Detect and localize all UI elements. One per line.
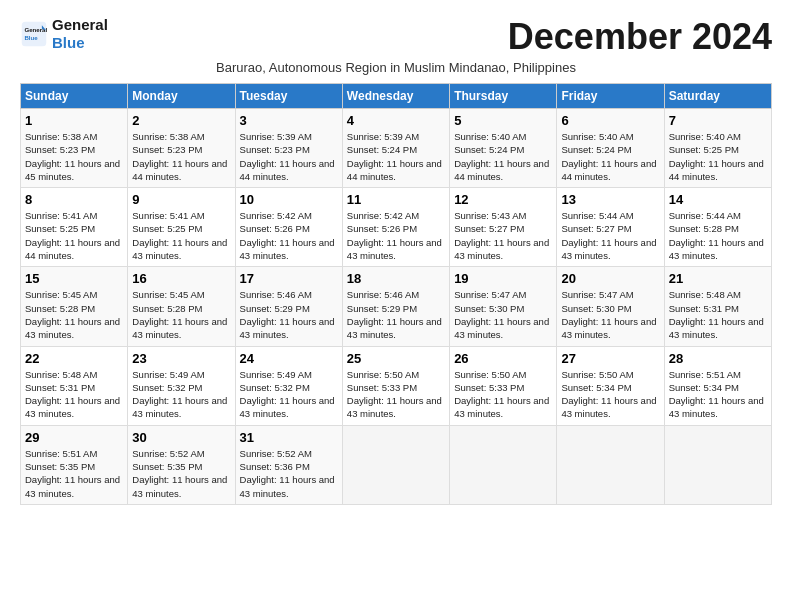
calendar-cell: 27Sunrise: 5:50 AMSunset: 5:34 PMDayligh… — [557, 346, 664, 425]
calendar-cell: 14Sunrise: 5:44 AMSunset: 5:28 PMDayligh… — [664, 188, 771, 267]
day-number: 19 — [454, 271, 552, 286]
day-info: Sunrise: 5:38 AMSunset: 5:23 PMDaylight:… — [25, 130, 123, 183]
calendar-table: SundayMondayTuesdayWednesdayThursdayFrid… — [20, 83, 772, 505]
calendar-cell: 1Sunrise: 5:38 AMSunset: 5:23 PMDaylight… — [21, 109, 128, 188]
day-number: 3 — [240, 113, 338, 128]
day-number: 22 — [25, 351, 123, 366]
day-number: 28 — [669, 351, 767, 366]
month-year-header: December 2024 — [108, 16, 772, 58]
day-number: 30 — [132, 430, 230, 445]
calendar-cell: 13Sunrise: 5:44 AMSunset: 5:27 PMDayligh… — [557, 188, 664, 267]
location-subtitle: Barurao, Autonomous Region in Muslim Min… — [20, 60, 772, 75]
calendar-cell: 5Sunrise: 5:40 AMSunset: 5:24 PMDaylight… — [450, 109, 557, 188]
calendar-cell: 21Sunrise: 5:48 AMSunset: 5:31 PMDayligh… — [664, 267, 771, 346]
calendar-week-row: 8Sunrise: 5:41 AMSunset: 5:25 PMDaylight… — [21, 188, 772, 267]
logo-general: General — [52, 16, 108, 34]
day-number: 5 — [454, 113, 552, 128]
day-info: Sunrise: 5:40 AMSunset: 5:24 PMDaylight:… — [561, 130, 659, 183]
day-number: 24 — [240, 351, 338, 366]
day-info: Sunrise: 5:45 AMSunset: 5:28 PMDaylight:… — [132, 288, 230, 341]
day-number: 10 — [240, 192, 338, 207]
calendar-cell: 28Sunrise: 5:51 AMSunset: 5:34 PMDayligh… — [664, 346, 771, 425]
logo-icon: General Blue — [20, 20, 48, 48]
calendar-header-row: SundayMondayTuesdayWednesdayThursdayFrid… — [21, 84, 772, 109]
calendar-cell: 17Sunrise: 5:46 AMSunset: 5:29 PMDayligh… — [235, 267, 342, 346]
day-number: 15 — [25, 271, 123, 286]
calendar-cell: 22Sunrise: 5:48 AMSunset: 5:31 PMDayligh… — [21, 346, 128, 425]
day-number: 31 — [240, 430, 338, 445]
day-number: 9 — [132, 192, 230, 207]
day-info: Sunrise: 5:47 AMSunset: 5:30 PMDaylight:… — [454, 288, 552, 341]
day-info: Sunrise: 5:40 AMSunset: 5:24 PMDaylight:… — [454, 130, 552, 183]
header-sunday: Sunday — [21, 84, 128, 109]
day-number: 20 — [561, 271, 659, 286]
calendar-cell — [664, 425, 771, 504]
day-info: Sunrise: 5:48 AMSunset: 5:31 PMDaylight:… — [669, 288, 767, 341]
calendar-week-row: 15Sunrise: 5:45 AMSunset: 5:28 PMDayligh… — [21, 267, 772, 346]
day-info: Sunrise: 5:46 AMSunset: 5:29 PMDaylight:… — [347, 288, 445, 341]
calendar-cell: 6Sunrise: 5:40 AMSunset: 5:24 PMDaylight… — [557, 109, 664, 188]
calendar-cell: 26Sunrise: 5:50 AMSunset: 5:33 PMDayligh… — [450, 346, 557, 425]
month-title: December 2024 — [108, 16, 772, 58]
day-info: Sunrise: 5:39 AMSunset: 5:24 PMDaylight:… — [347, 130, 445, 183]
calendar-cell: 16Sunrise: 5:45 AMSunset: 5:28 PMDayligh… — [128, 267, 235, 346]
calendar-cell — [450, 425, 557, 504]
day-number: 4 — [347, 113, 445, 128]
calendar-cell: 8Sunrise: 5:41 AMSunset: 5:25 PMDaylight… — [21, 188, 128, 267]
calendar-cell: 18Sunrise: 5:46 AMSunset: 5:29 PMDayligh… — [342, 267, 449, 346]
day-info: Sunrise: 5:51 AMSunset: 5:35 PMDaylight:… — [25, 447, 123, 500]
day-info: Sunrise: 5:49 AMSunset: 5:32 PMDaylight:… — [240, 368, 338, 421]
calendar-cell: 10Sunrise: 5:42 AMSunset: 5:26 PMDayligh… — [235, 188, 342, 267]
day-number: 7 — [669, 113, 767, 128]
calendar-cell: 19Sunrise: 5:47 AMSunset: 5:30 PMDayligh… — [450, 267, 557, 346]
day-info: Sunrise: 5:42 AMSunset: 5:26 PMDaylight:… — [240, 209, 338, 262]
day-info: Sunrise: 5:41 AMSunset: 5:25 PMDaylight:… — [132, 209, 230, 262]
day-info: Sunrise: 5:49 AMSunset: 5:32 PMDaylight:… — [132, 368, 230, 421]
day-info: Sunrise: 5:38 AMSunset: 5:23 PMDaylight:… — [132, 130, 230, 183]
day-number: 17 — [240, 271, 338, 286]
day-number: 2 — [132, 113, 230, 128]
day-number: 1 — [25, 113, 123, 128]
calendar-week-row: 22Sunrise: 5:48 AMSunset: 5:31 PMDayligh… — [21, 346, 772, 425]
calendar-cell: 30Sunrise: 5:52 AMSunset: 5:35 PMDayligh… — [128, 425, 235, 504]
calendar-cell: 29Sunrise: 5:51 AMSunset: 5:35 PMDayligh… — [21, 425, 128, 504]
day-info: Sunrise: 5:50 AMSunset: 5:34 PMDaylight:… — [561, 368, 659, 421]
day-number: 13 — [561, 192, 659, 207]
day-number: 16 — [132, 271, 230, 286]
day-info: Sunrise: 5:46 AMSunset: 5:29 PMDaylight:… — [240, 288, 338, 341]
calendar-body: 1Sunrise: 5:38 AMSunset: 5:23 PMDaylight… — [21, 109, 772, 505]
day-info: Sunrise: 5:52 AMSunset: 5:35 PMDaylight:… — [132, 447, 230, 500]
day-info: Sunrise: 5:52 AMSunset: 5:36 PMDaylight:… — [240, 447, 338, 500]
day-number: 23 — [132, 351, 230, 366]
calendar-cell — [342, 425, 449, 504]
header-tuesday: Tuesday — [235, 84, 342, 109]
header-friday: Friday — [557, 84, 664, 109]
day-number: 11 — [347, 192, 445, 207]
day-info: Sunrise: 5:44 AMSunset: 5:27 PMDaylight:… — [561, 209, 659, 262]
day-info: Sunrise: 5:48 AMSunset: 5:31 PMDaylight:… — [25, 368, 123, 421]
calendar-cell: 9Sunrise: 5:41 AMSunset: 5:25 PMDaylight… — [128, 188, 235, 267]
day-info: Sunrise: 5:47 AMSunset: 5:30 PMDaylight:… — [561, 288, 659, 341]
day-info: Sunrise: 5:43 AMSunset: 5:27 PMDaylight:… — [454, 209, 552, 262]
calendar-cell: 2Sunrise: 5:38 AMSunset: 5:23 PMDaylight… — [128, 109, 235, 188]
calendar-cell: 3Sunrise: 5:39 AMSunset: 5:23 PMDaylight… — [235, 109, 342, 188]
day-number: 25 — [347, 351, 445, 366]
day-info: Sunrise: 5:44 AMSunset: 5:28 PMDaylight:… — [669, 209, 767, 262]
calendar-cell: 15Sunrise: 5:45 AMSunset: 5:28 PMDayligh… — [21, 267, 128, 346]
day-number: 14 — [669, 192, 767, 207]
calendar-cell: 7Sunrise: 5:40 AMSunset: 5:25 PMDaylight… — [664, 109, 771, 188]
day-number: 8 — [25, 192, 123, 207]
day-info: Sunrise: 5:39 AMSunset: 5:23 PMDaylight:… — [240, 130, 338, 183]
svg-text:Blue: Blue — [24, 34, 38, 41]
header-thursday: Thursday — [450, 84, 557, 109]
header-saturday: Saturday — [664, 84, 771, 109]
day-number: 21 — [669, 271, 767, 286]
calendar-cell: 24Sunrise: 5:49 AMSunset: 5:32 PMDayligh… — [235, 346, 342, 425]
calendar-cell: 20Sunrise: 5:47 AMSunset: 5:30 PMDayligh… — [557, 267, 664, 346]
day-number: 12 — [454, 192, 552, 207]
day-number: 18 — [347, 271, 445, 286]
day-number: 29 — [25, 430, 123, 445]
day-info: Sunrise: 5:50 AMSunset: 5:33 PMDaylight:… — [347, 368, 445, 421]
calendar-week-row: 1Sunrise: 5:38 AMSunset: 5:23 PMDaylight… — [21, 109, 772, 188]
calendar-cell: 25Sunrise: 5:50 AMSunset: 5:33 PMDayligh… — [342, 346, 449, 425]
